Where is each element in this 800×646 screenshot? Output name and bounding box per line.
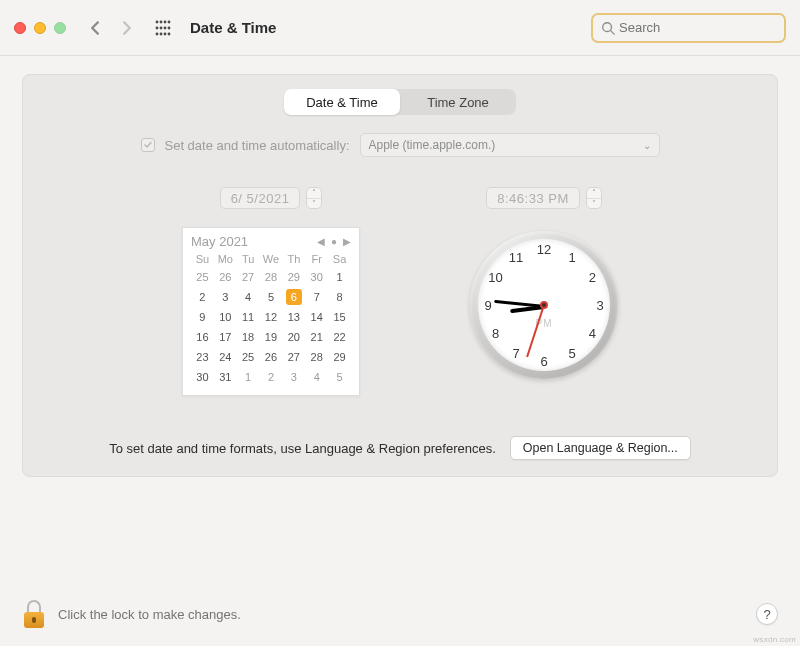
calendar-dow: Sa [328,253,351,265]
clock-number: 8 [487,326,505,341]
calendar-day[interactable]: 13 [282,309,305,325]
calendar-day[interactable]: 29 [282,269,305,285]
time-stepper-buttons[interactable]: ˄ ˅ [586,187,602,209]
help-button[interactable]: ? [756,603,778,625]
calendar-day[interactable]: 4 [305,369,328,385]
calendar-day[interactable]: 26 [260,349,283,365]
minimize-window-button[interactable] [34,22,46,34]
calendar[interactable]: May 2021 ◀ ● ▶ SuMoTuWeThFrSa25262728293… [182,227,360,396]
calendar-day[interactable]: 17 [214,329,237,345]
calendar-day[interactable]: 14 [305,309,328,325]
stepper-up-icon: ˄ [587,188,601,199]
forward-button[interactable] [118,19,136,37]
calendar-day[interactable]: 22 [328,329,351,345]
svg-point-10 [164,32,167,35]
calendar-day[interactable]: 1 [237,369,260,385]
time-server-dropdown[interactable]: Apple (time.apple.com.) ⌄ [360,133,660,157]
calendar-day[interactable]: 28 [305,349,328,365]
time-input[interactable]: 8:46:33 PM [486,187,580,209]
close-window-button[interactable] [14,22,26,34]
clock-number: 12 [535,242,553,257]
calendar-day[interactable]: 27 [282,349,305,365]
calendar-day[interactable]: 24 [214,349,237,365]
calendar-day[interactable]: 4 [237,289,260,305]
titlebar: Date & Time [0,0,800,56]
calendar-day[interactable]: 16 [191,329,214,345]
calendar-prev-icon[interactable]: ◀ [317,236,325,247]
calendar-day[interactable]: 19 [260,329,283,345]
clock-number: 7 [507,346,525,361]
calendar-day[interactable]: 18 [237,329,260,345]
calendar-day[interactable]: 8 [328,289,351,305]
svg-point-6 [164,26,167,29]
date-input[interactable]: 6/ 5/2021 [220,187,301,209]
lock-button[interactable] [22,600,46,628]
tab-date-time[interactable]: Date & Time [284,89,400,115]
clock-number: 2 [583,270,601,285]
zoom-window-button[interactable] [54,22,66,34]
footer: Click the lock to make changes. ? [22,600,778,628]
calendar-day[interactable]: 27 [237,269,260,285]
calendar-day[interactable]: 26 [214,269,237,285]
calendar-day[interactable]: 12 [260,309,283,325]
calendar-day[interactable]: 5 [328,369,351,385]
date-stepper: 6/ 5/2021 ˄ ˅ [220,187,323,209]
calendar-day[interactable]: 15 [328,309,351,325]
clock-number: 5 [563,346,581,361]
search-input[interactable] [619,20,787,35]
svg-line-13 [611,30,615,34]
calendar-day[interactable]: 31 [214,369,237,385]
calendar-day[interactable]: 11 [237,309,260,325]
calendar-day[interactable]: 25 [191,269,214,285]
auto-set-row: Set date and time automatically: Apple (… [23,133,777,157]
tab-bar: Date & Time Time Zone [284,89,516,115]
format-hint: To set date and time formats, use Langua… [109,441,496,456]
calendar-title: May 2021 [191,234,248,249]
clock-pin [540,301,548,309]
svg-point-11 [168,32,171,35]
calendar-dow: Tu [237,253,260,265]
svg-point-4 [156,26,159,29]
search-field[interactable] [591,13,786,43]
show-all-prefs-button[interactable] [154,19,172,37]
calendar-day[interactable]: 2 [191,289,214,305]
auto-set-checkbox[interactable] [141,138,155,152]
calendar-day[interactable]: 2 [260,369,283,385]
calendar-day[interactable]: 21 [305,329,328,345]
back-button[interactable] [86,19,104,37]
open-language-region-button[interactable]: Open Language & Region... [510,436,691,460]
calendar-day[interactable]: 3 [214,289,237,305]
calendar-today-icon[interactable]: ● [331,236,337,247]
calendar-day[interactable]: 9 [191,309,214,325]
calendar-day[interactable]: 6 [282,289,305,305]
calendar-dow: Mo [214,253,237,265]
calendar-nav: ◀ ● ▶ [317,236,351,247]
analog-clock: PM 121234567891011 [470,231,618,379]
calendar-day[interactable]: 29 [328,349,351,365]
nav-buttons [86,19,136,37]
clock-number: 11 [507,249,525,264]
tab-time-zone[interactable]: Time Zone [400,89,516,115]
calendar-day[interactable]: 10 [214,309,237,325]
calendar-day[interactable]: 30 [191,369,214,385]
calendar-day[interactable]: 30 [305,269,328,285]
auto-set-label: Set date and time automatically: [165,138,350,153]
calendar-day[interactable]: 28 [260,269,283,285]
calendar-day[interactable]: 1 [328,269,351,285]
calendar-day[interactable]: 20 [282,329,305,345]
date-stepper-buttons[interactable]: ˄ ˅ [306,187,322,209]
search-icon [601,21,615,35]
clock-number: 3 [591,298,609,313]
time-column: 8:46:33 PM ˄ ˅ PM 121234567891011 [470,187,618,396]
calendar-day[interactable]: 7 [305,289,328,305]
calendar-day[interactable]: 23 [191,349,214,365]
time-server-value: Apple (time.apple.com.) [369,138,496,152]
calendar-next-icon[interactable]: ▶ [343,236,351,247]
stepper-down-icon: ˅ [307,199,321,209]
calendar-day[interactable]: 5 [260,289,283,305]
clock-hand-m [494,300,544,308]
svg-point-2 [164,20,167,23]
calendar-day[interactable]: 25 [237,349,260,365]
clock-number: 6 [535,354,553,369]
calendar-day[interactable]: 3 [282,369,305,385]
